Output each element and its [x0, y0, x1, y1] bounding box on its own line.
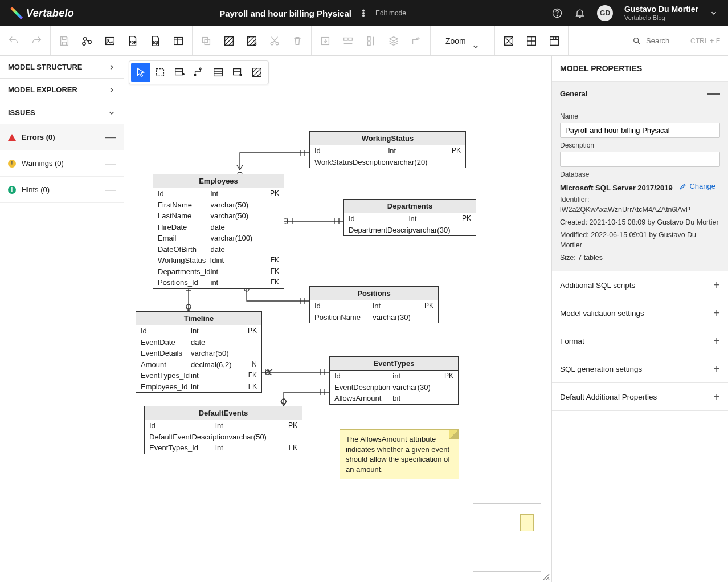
table-column-row: IdintPK — [310, 300, 438, 312]
add-table-tool[interactable] — [170, 63, 189, 82]
table-column-row: WorkingStatus_IdintFK — [153, 255, 284, 266]
chevron-right-icon — [108, 63, 116, 71]
user-name: Gustavo Du Mortier — [624, 5, 698, 14]
table-body: IdintPKEventDescriptionvarchar(30)Allows… — [330, 371, 458, 404]
hatch2-button[interactable] — [244, 33, 260, 49]
edit-mode-label: Edit mode — [375, 9, 406, 17]
table-title: Timeline — [136, 312, 261, 325]
table-column-row: Departments_IdintFK — [153, 266, 284, 278]
table-column-row: DateOfBirthdate — [153, 244, 284, 255]
table-column-row: EventDescriptionvarchar(30) — [330, 382, 458, 393]
delete-button[interactable] — [289, 33, 305, 49]
svg-point-27 — [634, 38, 639, 42]
kebab-icon[interactable] — [359, 9, 367, 17]
model-explorer-toggle[interactable]: MODEL EXPLORER — [0, 79, 124, 101]
model-name-input[interactable] — [560, 123, 720, 138]
add-note-tool[interactable] — [228, 63, 247, 82]
search-box[interactable]: CTRL + F — [624, 26, 728, 55]
model-structure-toggle[interactable]: MODEL STRUCTURE — [0, 56, 124, 79]
description-label: Description — [560, 141, 720, 149]
table-title: Positions — [310, 287, 438, 300]
validation-settings-toggle[interactable]: Model validation settings+ — [552, 299, 728, 327]
svg-rect-21 — [349, 38, 352, 40]
copy-button[interactable] — [198, 33, 214, 49]
table-column-row: AllowsAmountbit — [330, 393, 458, 404]
route-button[interactable] — [408, 33, 424, 49]
minimap-note-icon — [520, 514, 534, 531]
hatch1-button[interactable] — [221, 33, 237, 49]
pointer-tool[interactable] — [131, 63, 150, 82]
user-block[interactable]: Gustavo Du Mortier Vertabelo Blog — [624, 5, 698, 22]
warning-icon: ! — [8, 160, 16, 168]
cut-button[interactable] — [267, 33, 283, 49]
table-positions[interactable]: Positions IdintPKPositionNamevarchar(30) — [309, 286, 439, 323]
export-xml-button[interactable] — [170, 33, 186, 49]
export-image-button[interactable] — [102, 33, 118, 49]
default-properties-toggle[interactable]: Default Additional Properties+ — [552, 383, 728, 411]
svg-point-38 — [186, 304, 191, 309]
add-relation-tool[interactable] — [189, 63, 208, 82]
grid1-button[interactable] — [501, 33, 517, 49]
search-input[interactable] — [646, 36, 686, 45]
logo-mark-icon — [10, 7, 23, 19]
table-body: IdintPKDepartmentDescripvarchar(30) — [344, 213, 476, 235]
table-column-row: IdintPK — [330, 371, 458, 382]
user-avatar[interactable]: GD — [597, 5, 613, 21]
table-column-row: IdintPK — [310, 145, 465, 157]
table-column-row: WorkStatusDescriptionvarchar(20) — [310, 157, 465, 168]
add-view-tool[interactable] — [208, 63, 228, 82]
resize-handle-icon[interactable] — [542, 573, 550, 581]
plus-icon: + — [713, 279, 720, 291]
table-timeline[interactable]: Timeline IdintPKEventDatedateEventDetail… — [136, 311, 262, 393]
zoom-control[interactable]: Zoom — [436, 36, 489, 46]
table-title: EventTypes — [330, 357, 458, 371]
svg-point-4 — [557, 15, 557, 15]
help-icon[interactable] — [551, 7, 563, 19]
table-defaultevents[interactable]: DefaultEvents IdintPKDefaultEventDescrip… — [144, 406, 302, 454]
export-pdf-button[interactable]: PDF — [125, 33, 141, 49]
warnings-row[interactable]: ! Warnings (0) — — [0, 150, 124, 177]
plus-icon: + — [713, 391, 720, 402]
plus-icon: + — [713, 335, 720, 347]
align1-button[interactable] — [317, 33, 333, 49]
model-description-input[interactable] — [560, 152, 720, 167]
hints-row[interactable]: i Hints (0) — — [0, 177, 124, 203]
change-database-link[interactable]: Change — [679, 182, 715, 190]
brand-logo[interactable]: Vertabelo — [10, 7, 74, 19]
layers-button[interactable] — [386, 33, 402, 49]
share-button[interactable] — [79, 33, 95, 49]
bell-icon[interactable] — [574, 7, 586, 19]
table-departments[interactable]: Departments IdintPKDepartmentDescripvarc… — [343, 199, 476, 236]
undo-button[interactable] — [6, 33, 22, 49]
table-workingstatus[interactable]: WorkingStatus IdintPKWorkStatusDescripti… — [309, 131, 466, 168]
save-button[interactable] — [56, 33, 72, 49]
format-toggle[interactable]: Format+ — [552, 327, 728, 355]
table-employees[interactable]: Employees IdintPKFirstNamevarchar(50)Las… — [153, 174, 284, 289]
issues-toggle[interactable]: ISSUES — [0, 101, 124, 124]
canvas-note[interactable]: The AllowsAmount attribute indicates whe… — [340, 429, 459, 479]
grid2-button[interactable] — [523, 33, 539, 49]
left-panel: MODEL STRUCTURE MODEL EXPLORER ISSUES Er… — [0, 56, 124, 582]
grid3-button[interactable] — [546, 33, 562, 49]
erd-canvas[interactable]: Employees IdintPKFirstNamevarchar(50)Las… — [124, 56, 551, 582]
marquee-tool[interactable] — [150, 63, 170, 82]
minimap[interactable] — [473, 503, 541, 572]
svg-text:PDF: PDF — [129, 40, 137, 44]
search-shortcut-hint: CTRL + F — [690, 37, 720, 45]
table-title: DefaultEvents — [145, 406, 302, 420]
sql-generation-toggle[interactable]: SQL generation settings+ — [552, 355, 728, 383]
align-v-button[interactable] — [363, 33, 379, 49]
size-line: Size: 7 tables — [560, 253, 720, 263]
table-eventtypes[interactable]: EventTypes IdintPKEventDescriptionvarcha… — [329, 356, 459, 405]
svg-rect-22 — [368, 36, 371, 40]
add-area-tool[interactable] — [247, 63, 267, 82]
table-title: Departments — [344, 200, 476, 213]
redo-button[interactable] — [28, 33, 44, 49]
errors-row[interactable]: Errors (0) — — [0, 124, 124, 150]
chevron-down-icon[interactable] — [710, 9, 718, 17]
chevron-right-icon — [108, 86, 116, 94]
additional-sql-toggle[interactable]: Additional SQL scripts+ — [552, 271, 728, 299]
export-sql-button[interactable]: SQL — [148, 33, 163, 49]
general-section-toggle[interactable]: General — — [552, 82, 728, 105]
align-h-button[interactable] — [340, 33, 356, 49]
